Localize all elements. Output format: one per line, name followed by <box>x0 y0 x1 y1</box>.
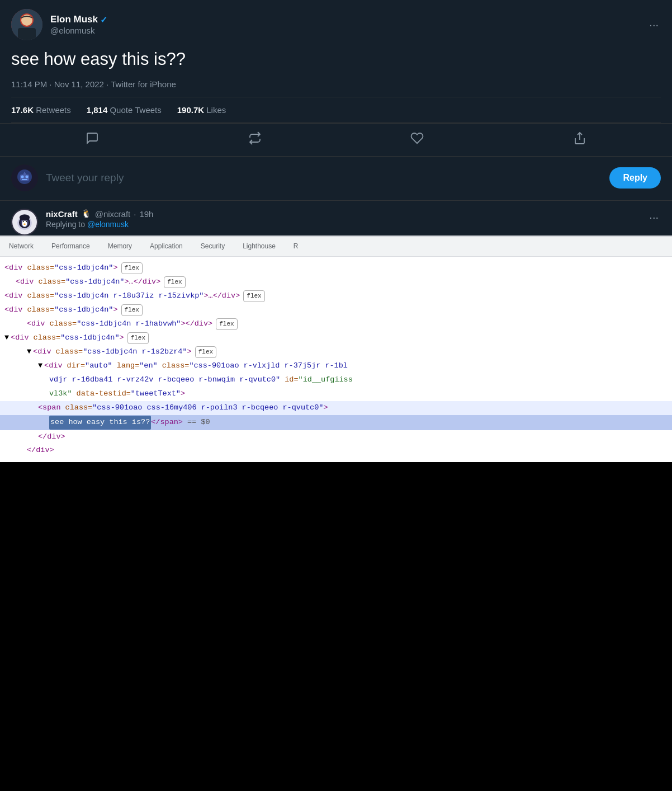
tweet-header: Elon Musk ✓ @elonmusk ··· <box>0 0 672 46</box>
retweet-action-button[interactable] <box>239 127 271 149</box>
display-name: Elon Musk ✓ <box>50 14 107 25</box>
nixcraft-handle: @nixcraft <box>95 209 131 219</box>
tweet-actions <box>0 123 672 157</box>
tab-lighthouse[interactable]: Lighthouse <box>234 237 285 256</box>
code-line-3: <div class="css-1dbjc4n r-18u37iz r-15zi… <box>0 289 672 303</box>
reply-placeholder[interactable]: Tweet your reply <box>46 172 602 184</box>
retweets-stat: 17.6K Retweets <box>11 105 71 115</box>
user-handle: @elonmusk <box>50 26 107 35</box>
code-line-5: <div class="css-1dbjc4n r-1habvwh"></div… <box>0 317 672 331</box>
svg-point-23 <box>20 215 30 221</box>
svg-rect-10 <box>22 179 27 180</box>
tweet-timestamp: 11:14 PM · Nov 11, 2022 · Twitter for iP… <box>0 77 672 97</box>
separator: · <box>134 209 136 219</box>
triangle-icon: ▼ <box>38 360 42 373</box>
triangle-icon: ▼ <box>27 346 31 359</box>
twitter-tweet-card: Elon Musk ✓ @elonmusk ··· see how easy t… <box>0 0 672 236</box>
svg-point-20 <box>23 221 24 222</box>
nixcraft-time: 19h <box>139 209 153 219</box>
code-line-10: vl3k" data-testid="tweetText"> <box>0 387 672 401</box>
nixcraft-avatar <box>11 209 38 236</box>
code-line-4: <div class="css-1dbjc4n"> flex <box>0 303 672 317</box>
flex-badge: flex <box>121 262 143 274</box>
reply-action-button[interactable] <box>77 127 108 149</box>
devtools-panel: Network Performance Memory Application S… <box>0 236 672 462</box>
replying-to-handle[interactable]: @elonmusk <box>87 220 129 229</box>
svg-rect-12 <box>24 172 25 173</box>
code-line-9: vdjr r-16dba41 r-vrz42v r-bcqeeo r-bnwqi… <box>0 373 672 387</box>
devtools-tabs-bar: Network Performance Memory Application S… <box>0 237 672 257</box>
flex-badge: flex <box>243 290 264 302</box>
svg-point-8 <box>21 176 24 178</box>
nixcraft-name: nixCraft <box>46 209 78 219</box>
nixcraft-more-icon[interactable]: ··· <box>647 209 661 226</box>
nixcraft-emoji: 🐧 <box>81 209 92 219</box>
tab-network[interactable]: Network <box>0 237 42 256</box>
share-action-button[interactable] <box>564 127 595 149</box>
reply-avatar <box>11 164 38 191</box>
svg-point-21 <box>26 221 27 222</box>
tweet-text-highlighted: see how easy this is?? <box>49 416 151 430</box>
code-line-14: </div> <box>0 444 672 458</box>
code-line-8: ▼<div dir="auto" lang="en" class="css-90… <box>0 359 672 373</box>
tab-r[interactable]: R <box>285 237 307 256</box>
tweet-stats: 17.6K Retweets 1,814 Quote Tweets 190.7K… <box>0 97 672 123</box>
code-line-7: ▼<div class="css-1dbjc4n r-1s2bzr4"> fle… <box>0 345 672 359</box>
flex-badge: flex <box>127 332 149 344</box>
reply-button[interactable]: Reply <box>609 167 661 189</box>
tab-security[interactable]: Security <box>192 237 234 256</box>
verified-icon: ✓ <box>100 15 107 25</box>
avatar <box>11 9 42 40</box>
tweet-text: see how easy this is?? <box>0 46 672 77</box>
code-line-6: ▼<div class="css-1dbjc4n"> flex <box>0 331 672 345</box>
triangle-icon: ▼ <box>4 332 9 345</box>
code-line-11-highlighted: <span class="css-901oao css-16my406 r-po… <box>0 401 672 415</box>
code-line-1: <div class="css-1dbjc4n"> flex <box>0 261 672 275</box>
svg-rect-2 <box>18 28 36 40</box>
user-info: Elon Musk ✓ @elonmusk <box>50 14 107 35</box>
code-line-12-selected: see how easy this is??</span> == $0 <box>0 415 672 430</box>
flex-badge: flex <box>164 276 185 288</box>
code-line-13: </div> <box>0 430 672 444</box>
devtools-code-panel: <div class="css-1dbjc4n"> flex <div clas… <box>0 257 672 462</box>
flex-badge: flex <box>216 318 237 330</box>
svg-point-22 <box>23 224 26 225</box>
reply-bar: Tweet your reply Reply <box>0 157 672 200</box>
replying-to-label: Replying to @elonmusk <box>46 220 153 229</box>
likes-stat: 190.7K Likes <box>177 105 226 115</box>
nixcraft-info: nixCraft 🐧 @nixcraft · 19h Replying to @… <box>46 209 153 229</box>
like-action-button[interactable] <box>401 127 433 149</box>
more-options-icon[interactable]: ··· <box>647 16 661 34</box>
tab-performance[interactable]: Performance <box>42 237 99 256</box>
nixcraft-reply-preview: nixCraft 🐧 @nixcraft · 19h Replying to @… <box>0 201 672 236</box>
code-line-2: <div class="css-1dbjc4n">…</div> flex <box>0 275 672 289</box>
flex-badge: flex <box>121 304 143 316</box>
svg-point-9 <box>26 176 29 178</box>
flex-badge: flex <box>195 346 216 358</box>
tab-memory[interactable]: Memory <box>99 237 141 256</box>
tab-application[interactable]: Application <box>141 237 192 256</box>
quote-tweets-stat: 1,814 Quote Tweets <box>87 105 162 115</box>
